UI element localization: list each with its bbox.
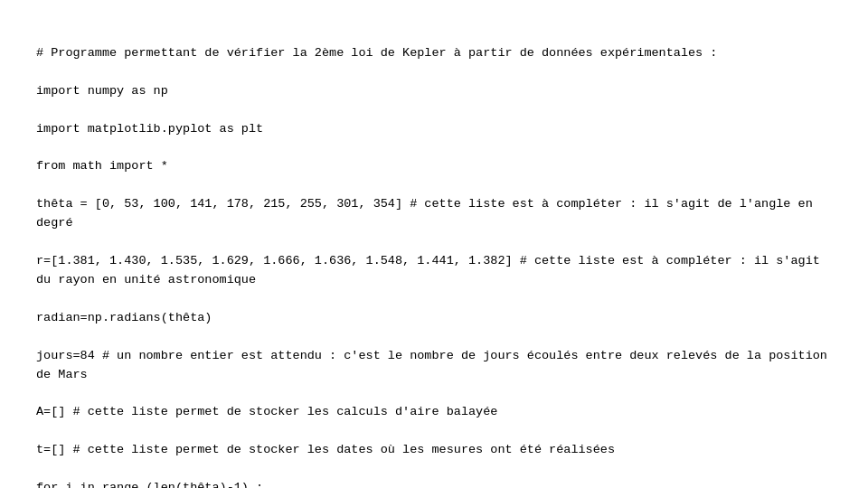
code-line-5: thêta = [0, 53, 100, 141, 178, 215, 255,… — [36, 197, 820, 230]
code-line-4: from math import * — [36, 159, 168, 173]
code-line-11: for i in range (len(thêta)-1) : — [36, 481, 263, 488]
code-line-10: t=[] # cette liste permet de stocker les… — [36, 443, 615, 456]
code-line-7: radian=np.radians(thêta) — [36, 311, 212, 324]
code-line-1: # Programme permettant de vérifier la 2è… — [36, 46, 717, 60]
code-line-2: import numpy as np — [36, 84, 168, 98]
code-line-9: A=[] # cette liste permet de stocker les… — [36, 405, 497, 418]
code-line-6: r=[1.381, 1.430, 1.535, 1.629, 1.666, 1.… — [36, 254, 827, 286]
code-block: # Programme permettant de vérifier la 2è… — [0, 0, 868, 488]
code-line-3: import matplotlib.pyplot as plt — [36, 122, 263, 136]
code-line-8: jours=84 # un nombre entier est attendu … — [36, 349, 835, 381]
